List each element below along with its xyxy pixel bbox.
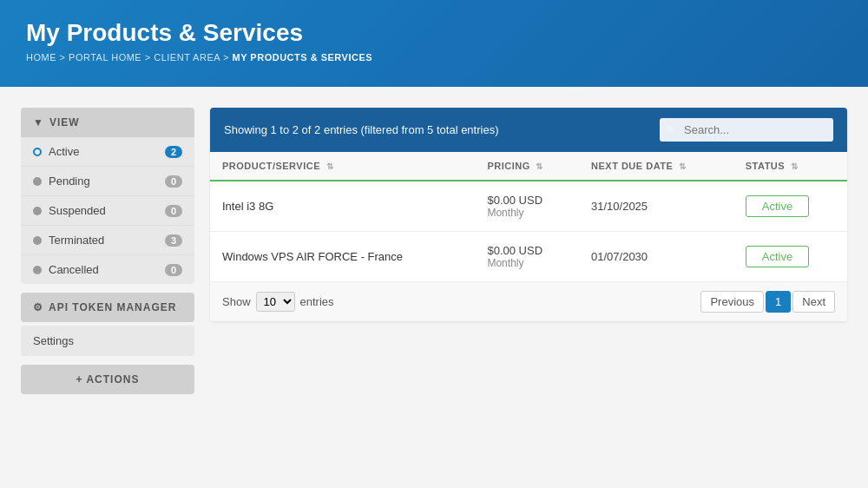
actions-button[interactable]: + ACTIONS	[21, 365, 194, 394]
main-container: ▼ VIEW Active 2 Pending 0 Suspended 0	[0, 87, 868, 415]
cell-pricing-0: $0.00 USD Monthly	[475, 181, 579, 232]
per-page-select[interactable]: 10 25 50	[256, 292, 295, 312]
breadcrumb-current: MY PRODUCTS & SERVICES	[233, 52, 373, 63]
cell-due-1: 01/07/2030	[579, 232, 733, 282]
breadcrumb-portal[interactable]: PORTAL HOME	[69, 52, 141, 63]
page-header: My Products & Services HOME > PORTAL HOM…	[0, 0, 868, 87]
sidebar-terminated-count: 3	[165, 234, 182, 247]
breadcrumb: HOME > PORTAL HOME > CLIENT AREA > MY PR…	[26, 52, 842, 63]
active-dot-icon	[33, 148, 42, 156]
show-entries: Show 10 25 50 entries	[222, 292, 334, 312]
table-row: Windows VPS AIR FORCE - France $0.00 USD…	[210, 232, 847, 282]
sidebar-suspended-label: Suspended	[49, 204, 165, 217]
cell-status-1: Active	[733, 232, 847, 282]
sidebar-cancelled-label: Cancelled	[49, 263, 165, 276]
cell-pricing-1: $0.00 USD Monthly	[475, 232, 579, 282]
sort-product-icon: ⇅	[326, 162, 334, 171]
sidebar-item-pending[interactable]: Pending 0	[21, 167, 194, 196]
breadcrumb-client[interactable]: CLIENT AREA	[154, 52, 220, 63]
sidebar-terminated-label: Terminated	[49, 234, 165, 247]
sidebar: ▼ VIEW Active 2 Pending 0 Suspended 0	[21, 108, 194, 394]
view-section: ▼ VIEW Active 2 Pending 0 Suspended 0	[21, 108, 194, 284]
col-product[interactable]: PRODUCT/SERVICE ⇅	[210, 152, 475, 181]
cell-due-0: 31/10/2025	[579, 181, 733, 232]
terminated-dot-icon	[33, 236, 42, 245]
products-table-container: Showing 1 to 2 of 2 entries (filtered fr…	[210, 108, 847, 321]
cell-status-0: Active	[733, 181, 847, 232]
settings-link[interactable]: Settings	[21, 326, 194, 356]
cell-product-0: Intel i3 8G	[210, 181, 475, 232]
previous-button[interactable]: Previous	[700, 291, 764, 313]
col-next-due[interactable]: NEXT DUE DATE ⇅	[579, 152, 733, 181]
sidebar-active-label: Active	[49, 145, 165, 158]
col-status[interactable]: STATUS ⇅	[733, 152, 847, 181]
status-button-1[interactable]: Active	[746, 246, 809, 267]
pagination: Previous 1 Next	[700, 291, 835, 313]
status-button-0[interactable]: Active	[746, 195, 809, 217]
search-wrapper	[660, 118, 833, 142]
sidebar-pending-count: 0	[165, 175, 182, 188]
pending-dot-icon	[33, 177, 42, 186]
sidebar-item-suspended[interactable]: Suspended 0	[21, 196, 194, 226]
view-header: ▼ VIEW	[21, 108, 194, 137]
content-area: Showing 1 to 2 of 2 entries (filtered fr…	[210, 108, 847, 394]
table-header-row: PRODUCT/SERVICE ⇅ PRICING ⇅ NEXT DUE DAT…	[210, 152, 847, 181]
table-footer: Show 10 25 50 entries Previous 1 Next	[210, 281, 847, 321]
sidebar-suspended-count: 0	[165, 205, 182, 217]
sort-status-icon: ⇅	[791, 162, 799, 171]
api-icon: ⚙	[33, 301, 43, 313]
products-table: PRODUCT/SERVICE ⇅ PRICING ⇅ NEXT DUE DAT…	[210, 152, 847, 281]
breadcrumb-home[interactable]: HOME	[26, 52, 56, 63]
api-token-manager-button[interactable]: ⚙ API TOKEN MANAGER	[21, 293, 194, 322]
suspended-dot-icon	[33, 207, 42, 215]
cancelled-dot-icon	[33, 266, 42, 274]
next-button[interactable]: Next	[792, 291, 835, 313]
table-showing-text: Showing 1 to 2 of 2 entries (filtered fr…	[224, 123, 499, 136]
search-input[interactable]	[660, 118, 833, 142]
filter-icon: ▼	[33, 116, 44, 129]
cell-product-1: Windows VPS AIR FORCE - France	[210, 232, 475, 282]
sidebar-active-count: 2	[165, 146, 182, 158]
table-row: Intel i3 8G $0.00 USD Monthly 31/10/2025…	[210, 181, 847, 232]
sidebar-item-active[interactable]: Active 2	[21, 137, 194, 167]
page-title: My Products & Services	[26, 19, 842, 47]
sidebar-cancelled-count: 0	[165, 264, 182, 276]
sidebar-pending-label: Pending	[49, 175, 165, 188]
page-1-button[interactable]: 1	[766, 291, 791, 313]
col-pricing[interactable]: PRICING ⇅	[475, 152, 579, 181]
sort-pricing-icon: ⇅	[536, 162, 543, 171]
table-header-bar: Showing 1 to 2 of 2 entries (filtered fr…	[210, 108, 847, 152]
sidebar-item-cancelled[interactable]: Cancelled 0	[21, 255, 194, 284]
sidebar-item-terminated[interactable]: Terminated 3	[21, 226, 194, 255]
sort-due-icon: ⇅	[679, 162, 687, 171]
